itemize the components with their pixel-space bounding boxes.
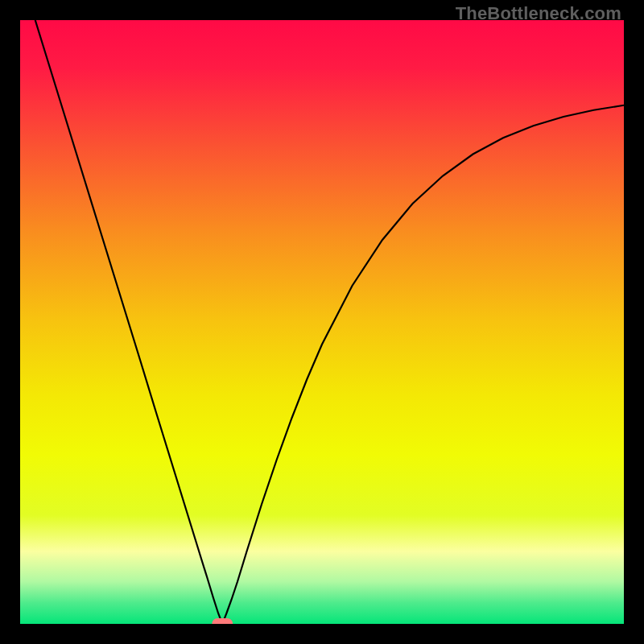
bottleneck-chart xyxy=(20,20,624,624)
gradient-background xyxy=(20,20,624,624)
optimum-marker xyxy=(212,618,233,624)
svg-rect-2 xyxy=(217,618,227,624)
chart-frame xyxy=(20,20,624,624)
watermark-text: TheBottleneck.com xyxy=(456,3,621,24)
